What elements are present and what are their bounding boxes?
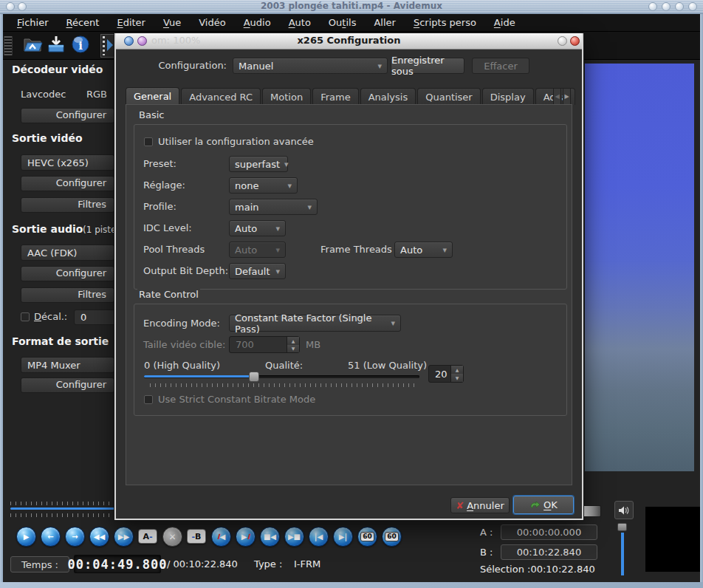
volume-slider-track[interactable] [621, 533, 624, 575]
transport-reset-markers-button[interactable]: ✕ [162, 527, 182, 547]
menu-vue[interactable]: Vue [155, 16, 189, 30]
use-advanced-configuration-checkbox[interactable] [144, 137, 153, 146]
transport-next-intra-frame-button[interactable]: ▶I [236, 527, 256, 547]
output-bit-depth-value: Default [235, 266, 270, 277]
audio-filters-button[interactable]: Filtres [21, 287, 114, 303]
filmstrip-icon[interactable] [100, 34, 116, 58]
menu-outils[interactable]: Outils [320, 16, 365, 30]
preset-select[interactable]: superfast [229, 156, 288, 172]
window-left-edge [0, 14, 3, 588]
transport-prev-frame-button[interactable]: ← [41, 527, 61, 547]
toolbar-grip-handle[interactable] [4, 36, 13, 55]
window-minimize-button[interactable] [662, 2, 671, 11]
output-bit-depth-select[interactable]: Default [229, 263, 286, 279]
transport-set-marker-a-button[interactable]: A- [138, 529, 157, 544]
cancel-button-label: Annuler [467, 500, 504, 511]
transport-next-frame-button[interactable]: → [65, 527, 85, 547]
tuning-select[interactable]: none [229, 177, 298, 194]
tab-display[interactable]: Display [482, 88, 534, 105]
quality-low-label: 51 (Low Quality) [348, 360, 427, 371]
tab-general[interactable]: General [126, 87, 179, 105]
use-advanced-configuration-label: Utiliser la configuration avancée [158, 136, 314, 147]
strict-cbr-checkbox [144, 395, 153, 404]
dialog-close-button[interactable] [570, 36, 580, 46]
quality-slider-handle[interactable] [249, 372, 259, 382]
profile-value: main [235, 202, 258, 213]
window-close-button[interactable] [688, 2, 697, 11]
muxer-configure-button[interactable]: Configurer [21, 377, 114, 393]
menu-aller[interactable]: Aller [366, 16, 403, 30]
tuning-value: none [235, 180, 258, 191]
transport-prev-keyframe-button[interactable]: ◀◀ [89, 527, 109, 547]
menu-auto[interactable]: Auto [281, 16, 319, 30]
transport-forward-60s-button[interactable]: 60 [382, 527, 402, 547]
open-file-icon[interactable] [22, 34, 43, 55]
dialog-titlebar[interactable]: om: 100% x265 Configuration [116, 33, 582, 49]
quality-slider-fill [144, 375, 252, 377]
quality-slider[interactable] [144, 375, 419, 378]
transport-set-marker-b-button[interactable]: -B [187, 529, 206, 544]
tab-motion[interactable]: Motion [262, 88, 311, 105]
dialog-title: x265 Configuration [116, 35, 582, 46]
pool-threads-label: Pool Threads [143, 244, 205, 255]
mute-button[interactable] [614, 501, 634, 519]
transport-next-black-frame-button[interactable]: ▶■ [284, 527, 304, 547]
menu-editer[interactable]: Editer [109, 16, 154, 30]
transport-next-keyframe-button[interactable]: ▶▶ [114, 527, 134, 547]
marker-a-label: A : [480, 527, 493, 538]
timeline-slider-track[interactable] [10, 507, 118, 510]
volume-slider-handle[interactable] [617, 523, 627, 531]
video-configure-button[interactable]: Configurer [21, 176, 114, 191]
save-file-icon[interactable] [46, 34, 66, 55]
muxer-select[interactable]: MP4 Muxer [21, 357, 114, 373]
quality-spin-arrows[interactable]: ▲▼ [450, 366, 463, 382]
menu-audio[interactable]: Audio [236, 16, 279, 30]
encoding-mode-value: Constant Rate Factor (Single Pass) [235, 312, 386, 335]
output-format-header: Format de sortie [12, 335, 109, 347]
transport-prev-black-frame-button[interactable]: ■◀ [260, 527, 280, 547]
window-maximize-button[interactable] [675, 2, 684, 11]
menu-aide[interactable]: Aide [486, 16, 524, 30]
configuration-label: Configuration: [145, 60, 227, 71]
tab-advanced-rc[interactable]: Advanced RC [181, 88, 261, 105]
pool-threads-value: Auto [235, 245, 257, 256]
configuration-select[interactable]: Manuel [233, 58, 388, 74]
general-tab-panel: Basic Utiliser la configuration avancée … [126, 104, 572, 485]
cancel-button[interactable]: ✘ Annuler [450, 497, 510, 513]
decoder-configure-button[interactable]: Configurer [21, 108, 114, 123]
audio-shift-checkbox[interactable] [21, 312, 30, 321]
dialog-minimize-button[interactable] [558, 36, 567, 46]
profile-select[interactable]: main [229, 199, 318, 215]
encoding-mode-select[interactable]: Constant Rate Factor (Single Pass) [229, 315, 401, 332]
transport-go-last-frame-button[interactable]: ▶| [333, 527, 353, 547]
transport-prev-intra-frame-button[interactable]: I◀ [211, 527, 231, 547]
window-shade-button[interactable] [648, 2, 657, 11]
tuning-label: Réglage: [143, 180, 185, 191]
menu-vid-o[interactable]: Vidéo [191, 16, 233, 30]
audio-codec-value: AAC (FDK) [27, 247, 77, 259]
menu-scripts-perso[interactable]: Scripts perso [405, 16, 484, 30]
video-codec-select[interactable]: HEVC (x265) [21, 154, 114, 171]
tab-frame[interactable]: Frame [312, 88, 359, 105]
save-as-button[interactable]: Enregistrer sous [391, 58, 464, 74]
quality-spinner[interactable]: 20 ▲▼ [428, 365, 464, 383]
ok-button[interactable]: OK [513, 496, 574, 514]
tab-quantiser[interactable]: Quantiser [417, 88, 481, 105]
audio-shift-spinner[interactable]: 0 [74, 310, 118, 325]
transport-go-first-frame-button[interactable]: |◀ [309, 527, 329, 547]
frame-threads-select[interactable]: Auto [394, 242, 453, 258]
menu-fichier[interactable]: Fichier [9, 16, 57, 30]
audio-codec-select[interactable]: AAC (FDK) [21, 245, 114, 261]
window-bottom-edge [0, 582, 703, 588]
tab-analysis[interactable]: Analysis [360, 88, 416, 105]
menu-r-cent[interactable]: Récent [58, 16, 108, 30]
window-titlebar[interactable]: 2003 plongée tahiti.mp4 - Avidemux [0, 0, 703, 14]
transport-back-60s-button[interactable]: 60 [357, 527, 377, 547]
video-filters-button[interactable]: Filtres [21, 197, 114, 213]
transport-play-button[interactable]: ▶ [16, 527, 36, 547]
tab-scroll-right-button[interactable]: ▶ [563, 88, 571, 105]
idc-level-select[interactable]: Auto [229, 220, 286, 236]
audio-configure-button[interactable]: Configurer [21, 266, 114, 281]
timeline-slider-handle[interactable] [582, 505, 601, 517]
info-icon[interactable]: i [70, 34, 91, 55]
